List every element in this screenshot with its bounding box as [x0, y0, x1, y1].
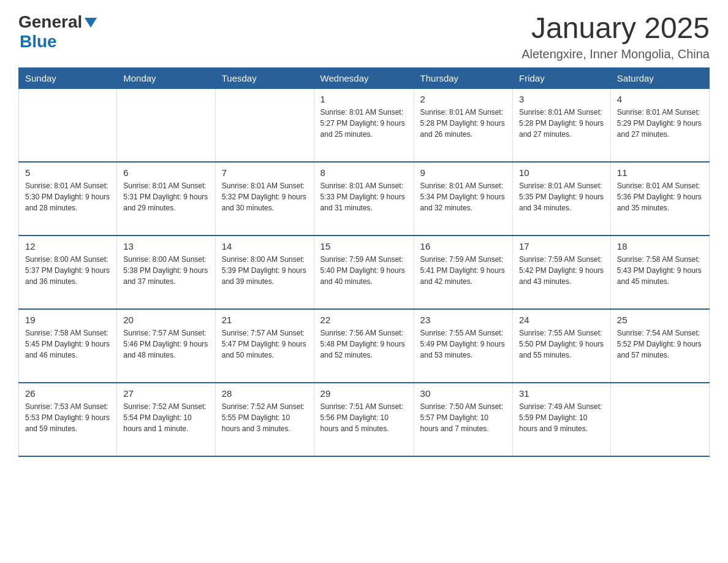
logo-triangle-icon — [85, 18, 97, 28]
days-of-week-row: SundayMondayTuesdayWednesdayThursdayFrid… — [19, 67, 710, 88]
day-number: 7 — [222, 167, 308, 178]
day-number: 1 — [320, 94, 408, 104]
day-number: 30 — [420, 388, 506, 399]
calendar-cell: 4Sunrise: 8:01 AM Sunset: 5:29 PM Daylig… — [610, 88, 709, 162]
day-of-week-header: Monday — [117, 67, 215, 88]
calendar-cell: 31Sunrise: 7:49 AM Sunset: 5:59 PM Dayli… — [512, 383, 610, 456]
day-info: Sunrise: 7:59 AM Sunset: 5:40 PM Dayligh… — [320, 254, 408, 287]
day-number: 31 — [519, 388, 604, 399]
day-info: Sunrise: 8:01 AM Sunset: 5:31 PM Dayligh… — [123, 180, 208, 213]
day-info: Sunrise: 7:54 AM Sunset: 5:52 PM Dayligh… — [617, 327, 703, 361]
day-of-week-header: Friday — [512, 67, 610, 88]
calendar-week-row: 19Sunrise: 7:58 AM Sunset: 5:45 PM Dayli… — [19, 309, 710, 383]
day-of-week-header: Saturday — [610, 67, 709, 88]
day-info: Sunrise: 8:01 AM Sunset: 5:28 PM Dayligh… — [420, 107, 506, 140]
calendar-cell: 25Sunrise: 7:54 AM Sunset: 5:52 PM Dayli… — [610, 309, 709, 383]
calendar-cell: 22Sunrise: 7:56 AM Sunset: 5:48 PM Dayli… — [314, 309, 414, 383]
calendar-body: 1Sunrise: 8:01 AM Sunset: 5:27 PM Daylig… — [19, 88, 710, 456]
day-number: 5 — [25, 167, 110, 178]
day-info: Sunrise: 7:49 AM Sunset: 5:59 PM Dayligh… — [519, 401, 604, 434]
day-number: 20 — [123, 315, 208, 325]
day-number: 29 — [320, 388, 408, 399]
calendar-week-row: 12Sunrise: 8:00 AM Sunset: 5:37 PM Dayli… — [19, 236, 710, 309]
day-number: 21 — [222, 315, 308, 325]
day-number: 25 — [617, 315, 703, 325]
calendar-week-row: 26Sunrise: 7:53 AM Sunset: 5:53 PM Dayli… — [19, 383, 710, 456]
day-info: Sunrise: 7:51 AM Sunset: 5:56 PM Dayligh… — [320, 401, 408, 434]
calendar-cell: 18Sunrise: 7:58 AM Sunset: 5:43 PM Dayli… — [610, 236, 709, 309]
calendar-cell: 9Sunrise: 8:01 AM Sunset: 5:34 PM Daylig… — [414, 162, 512, 236]
calendar-cell: 24Sunrise: 7:55 AM Sunset: 5:50 PM Dayli… — [512, 309, 610, 383]
calendar-cell: 11Sunrise: 8:01 AM Sunset: 5:36 PM Dayli… — [610, 162, 709, 236]
calendar-cell: 5Sunrise: 8:01 AM Sunset: 5:30 PM Daylig… — [19, 162, 117, 236]
calendar-cell: 28Sunrise: 7:52 AM Sunset: 5:55 PM Dayli… — [215, 383, 314, 456]
calendar-week-row: 5Sunrise: 8:01 AM Sunset: 5:30 PM Daylig… — [19, 162, 710, 236]
day-info: Sunrise: 7:59 AM Sunset: 5:41 PM Dayligh… — [420, 254, 506, 287]
day-info: Sunrise: 8:01 AM Sunset: 5:36 PM Dayligh… — [617, 180, 703, 213]
day-info: Sunrise: 8:00 AM Sunset: 5:37 PM Dayligh… — [25, 254, 110, 287]
day-info: Sunrise: 8:00 AM Sunset: 5:38 PM Dayligh… — [123, 254, 208, 287]
calendar-cell — [610, 383, 709, 456]
day-info: Sunrise: 8:01 AM Sunset: 5:34 PM Dayligh… — [420, 180, 506, 213]
calendar-cell: 23Sunrise: 7:55 AM Sunset: 5:49 PM Dayli… — [414, 309, 512, 383]
logo: General Blue — [18, 12, 97, 52]
calendar-table: SundayMondayTuesdayWednesdayThursdayFrid… — [18, 67, 710, 458]
day-info: Sunrise: 8:01 AM Sunset: 5:32 PM Dayligh… — [222, 180, 308, 213]
month-title: January 2025 — [521, 12, 710, 45]
calendar-cell: 1Sunrise: 8:01 AM Sunset: 5:27 PM Daylig… — [314, 88, 414, 162]
day-info: Sunrise: 8:01 AM Sunset: 5:28 PM Dayligh… — [519, 107, 604, 140]
calendar-cell: 14Sunrise: 8:00 AM Sunset: 5:39 PM Dayli… — [215, 236, 314, 309]
day-number: 28 — [222, 388, 308, 399]
day-info: Sunrise: 7:58 AM Sunset: 5:43 PM Dayligh… — [617, 254, 703, 287]
title-area: January 2025 Aletengxire, Inner Mongolia… — [521, 12, 710, 61]
day-info: Sunrise: 7:56 AM Sunset: 5:48 PM Dayligh… — [320, 327, 408, 361]
logo-blue: Blue — [20, 32, 57, 51]
calendar-week-row: 1Sunrise: 8:01 AM Sunset: 5:27 PM Daylig… — [19, 88, 710, 162]
day-number: 10 — [519, 167, 604, 178]
calendar-cell: 10Sunrise: 8:01 AM Sunset: 5:35 PM Dayli… — [512, 162, 610, 236]
day-number: 24 — [519, 315, 604, 325]
day-info: Sunrise: 7:57 AM Sunset: 5:47 PM Dayligh… — [222, 327, 308, 361]
day-info: Sunrise: 8:00 AM Sunset: 5:39 PM Dayligh… — [222, 254, 308, 287]
day-number: 18 — [617, 241, 703, 251]
day-info: Sunrise: 7:50 AM Sunset: 5:57 PM Dayligh… — [420, 401, 506, 434]
day-of-week-header: Wednesday — [314, 67, 414, 88]
day-number: 13 — [123, 241, 208, 251]
day-number: 23 — [420, 315, 506, 325]
day-number: 27 — [123, 388, 208, 399]
day-number: 3 — [519, 94, 604, 104]
day-number: 14 — [222, 241, 308, 251]
day-number: 4 — [617, 94, 703, 104]
day-info: Sunrise: 7:59 AM Sunset: 5:42 PM Dayligh… — [519, 254, 604, 287]
calendar-cell: 16Sunrise: 7:59 AM Sunset: 5:41 PM Dayli… — [414, 236, 512, 309]
calendar-cell — [215, 88, 314, 162]
day-number: 9 — [420, 167, 506, 178]
day-number: 12 — [25, 241, 110, 251]
day-info: Sunrise: 8:01 AM Sunset: 5:30 PM Dayligh… — [25, 180, 110, 213]
calendar-cell: 3Sunrise: 8:01 AM Sunset: 5:28 PM Daylig… — [512, 88, 610, 162]
day-number: 15 — [320, 241, 408, 251]
calendar-cell: 13Sunrise: 8:00 AM Sunset: 5:38 PM Dayli… — [117, 236, 215, 309]
day-info: Sunrise: 8:01 AM Sunset: 5:33 PM Dayligh… — [320, 180, 408, 213]
calendar-cell: 26Sunrise: 7:53 AM Sunset: 5:53 PM Dayli… — [19, 383, 117, 456]
calendar-cell: 6Sunrise: 8:01 AM Sunset: 5:31 PM Daylig… — [117, 162, 215, 236]
day-number: 8 — [320, 167, 408, 178]
calendar-cell: 30Sunrise: 7:50 AM Sunset: 5:57 PM Dayli… — [414, 383, 512, 456]
logo-text: General — [18, 12, 97, 32]
calendar-header: SundayMondayTuesdayWednesdayThursdayFrid… — [19, 67, 710, 88]
day-info: Sunrise: 7:57 AM Sunset: 5:46 PM Dayligh… — [123, 327, 208, 361]
day-number: 19 — [25, 315, 110, 325]
day-info: Sunrise: 8:01 AM Sunset: 5:29 PM Dayligh… — [617, 107, 703, 140]
day-of-week-header: Thursday — [414, 67, 512, 88]
day-number: 26 — [25, 388, 110, 399]
calendar-cell: 12Sunrise: 8:00 AM Sunset: 5:37 PM Dayli… — [19, 236, 117, 309]
day-info: Sunrise: 8:01 AM Sunset: 5:35 PM Dayligh… — [519, 180, 604, 213]
day-info: Sunrise: 7:58 AM Sunset: 5:45 PM Dayligh… — [25, 327, 110, 361]
day-number: 16 — [420, 241, 506, 251]
day-info: Sunrise: 7:52 AM Sunset: 5:55 PM Dayligh… — [222, 401, 308, 434]
day-number: 17 — [519, 241, 604, 251]
page-header: General Blue January 2025 Aletengxire, I… — [18, 12, 710, 61]
day-number: 2 — [420, 94, 506, 104]
day-info: Sunrise: 8:01 AM Sunset: 5:27 PM Dayligh… — [320, 107, 408, 140]
calendar-cell — [19, 88, 117, 162]
